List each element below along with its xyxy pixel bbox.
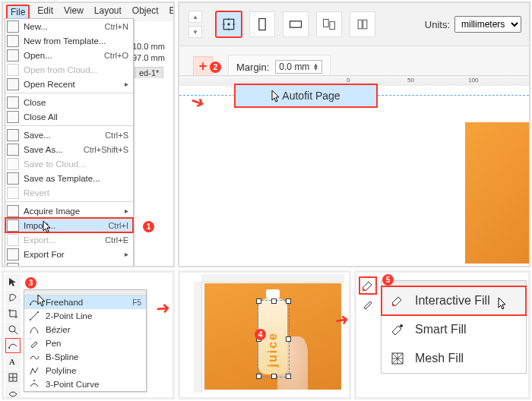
flyout-item-line2[interactable]: 2-Point Line [24, 309, 146, 323]
table-tool-icon[interactable] [5, 370, 21, 385]
menu-item-label: Export... [24, 235, 100, 245]
autofit-page-icon[interactable] [216, 11, 242, 37]
flyout-label: 2-Point Line [46, 311, 92, 320]
callout-2: 2 [210, 62, 221, 73]
menu-item-saveas[interactable]: Save As...Ctrl+Shift+S [5, 142, 133, 156]
shortcut: F5 [132, 298, 141, 307]
menu-item-cloud: Open from Cloud... [5, 62, 133, 77]
scan-icon [7, 205, 19, 217]
menu-item-close[interactable]: Close [5, 95, 133, 109]
menu-object[interactable]: Object [129, 5, 162, 20]
facing-pages-icon[interactable] [316, 11, 342, 37]
shortcut: Ctrl+I [108, 221, 128, 230]
flyout-label: Polyline [46, 366, 76, 375]
flyout-item-bezier[interactable]: Bézier [24, 323, 146, 336]
menu-edit[interactable]: Edit [34, 5, 56, 20]
import-icon [7, 219, 19, 232]
page-order-arrows[interactable]: ▲▼ [188, 11, 202, 38]
bspline-icon [29, 352, 40, 362]
menu-item-label: Import... [24, 221, 103, 230]
menu-item-open[interactable]: Open...Ctrl+O [5, 48, 133, 62]
menu-item-label: Send To [24, 264, 120, 268]
duplicate-page-icon[interactable] [350, 11, 375, 37]
callout-5: 5 [382, 274, 394, 286]
menu-item-label: Revert [24, 188, 128, 197]
zoom-tool-icon[interactable] [5, 322, 21, 337]
text-tool-icon[interactable]: A [5, 354, 21, 369]
units-select[interactable]: millimeters [454, 16, 521, 33]
menu-view[interactable]: View [61, 5, 87, 20]
page-width: 10.0 mm [132, 41, 174, 52]
page-landscape-icon[interactable] [283, 11, 309, 37]
svg-rect-3 [290, 21, 302, 27]
menu-layout[interactable]: Layout [91, 5, 125, 20]
flyout-item-bspline[interactable]: B-Spline [24, 350, 146, 364]
placed-image[interactable] [465, 122, 529, 264]
units-label: Units: [425, 19, 450, 30]
menu-item-label: New... [24, 22, 100, 31]
menu-item-savetmpl[interactable]: Save as Template... [5, 171, 133, 185]
freehand-tool-icon[interactable] [5, 338, 21, 353]
margin-value: 0.0 mm [279, 62, 309, 72]
menu-item-label: Open Recent [24, 80, 120, 89]
margin-input[interactable]: 0.0 mm ▲▼ [275, 60, 322, 74]
sendto-icon [7, 263, 19, 268]
artistic-tool-icon[interactable] [5, 386, 21, 399]
svg-point-15 [33, 380, 35, 381]
spinner-icon[interactable]: ▲▼ [312, 63, 318, 71]
flyout-label: 3-Point Curve [46, 380, 99, 389]
flyout-item-sfill[interactable]: Smart Fill [382, 315, 526, 344]
flyout-label: Interactive Fill [415, 294, 490, 308]
panel-page-options: ▲▼ Units: millimeters + 2 Margin: 0.0 mm [178, 2, 530, 267]
panel-rectangle-draw: juice 4 ➜ [178, 270, 351, 399]
saveas-icon [7, 144, 19, 156]
pen-icon [29, 338, 40, 349]
menu-effects[interactable]: Ef [166, 5, 175, 20]
canvas[interactable] [179, 86, 529, 266]
menu-item-import[interactable]: Import...Ctrl+I [5, 218, 133, 232]
menu-item-closeall[interactable]: Close All [5, 109, 133, 124]
polyline-icon [29, 365, 40, 376]
document-tab[interactable]: ed-1* [135, 67, 163, 78]
cursor-icon [43, 220, 52, 234]
cursor-icon [37, 294, 46, 308]
panel-fill-tools: Interactive FillSmart FillMesh Fill 5 [354, 270, 530, 399]
savetmpl-icon [7, 172, 19, 185]
menu-file[interactable]: File [6, 5, 30, 20]
shortcut: Ctrl+N [105, 22, 128, 31]
submenu-arrow-icon: ▸ [125, 207, 128, 215]
menu-item-exportfor[interactable]: Export For▸ [5, 247, 133, 261]
flyout-item-curve3[interactable]: 3-Point Curve [24, 377, 146, 391]
flyout-item-polyline[interactable]: Polyline [24, 364, 146, 377]
flyout-item-pen[interactable]: Pen [24, 336, 146, 350]
options-bar: Units: millimeters [179, 3, 529, 46]
line2-icon [29, 311, 40, 321]
interactive-fill-tool-icon[interactable] [359, 277, 376, 294]
ifill-icon [389, 292, 406, 309]
menu-item-revert: Revert [5, 185, 133, 200]
submenu-arrow-icon: ▸ [125, 264, 128, 267]
flyout-grip[interactable] [382, 281, 526, 286]
page-portrait-icon[interactable] [249, 11, 275, 37]
autofit-page-button[interactable]: Autofit Page [234, 84, 378, 108]
recent-icon [7, 78, 19, 90]
svg-point-9 [8, 347, 10, 349]
menu-item-new[interactable]: New...Ctrl+N [5, 19, 133, 33]
flyout-label: Mesh Fill [415, 352, 464, 365]
menu-item-tmpl[interactable]: New from Template... [5, 33, 133, 48]
pick-tool-icon[interactable] [5, 274, 21, 289]
closeall-icon [7, 111, 19, 123]
shape-tool-icon[interactable] [5, 290, 21, 305]
dropper-tool-icon[interactable] [359, 295, 376, 312]
export-icon [7, 234, 19, 246]
flyout-item-mfill[interactable]: Mesh Fill [382, 344, 526, 373]
svg-rect-5 [330, 22, 335, 30]
crop-tool-icon[interactable] [5, 306, 21, 321]
menu-item-scan[interactable]: Acquire Image▸ [5, 204, 133, 218]
menu-item-save[interactable]: Save...Ctrl+S [5, 128, 133, 142]
menu-item-recent[interactable]: Open Recent▸ [5, 77, 133, 91]
menu-item-sendto[interactable]: Send To▸ [5, 261, 133, 267]
page-height: 97.0 mm [132, 52, 174, 64]
property-dims: 10.0 mm 97.0 mm [132, 41, 174, 64]
svg-rect-2 [259, 19, 265, 30]
